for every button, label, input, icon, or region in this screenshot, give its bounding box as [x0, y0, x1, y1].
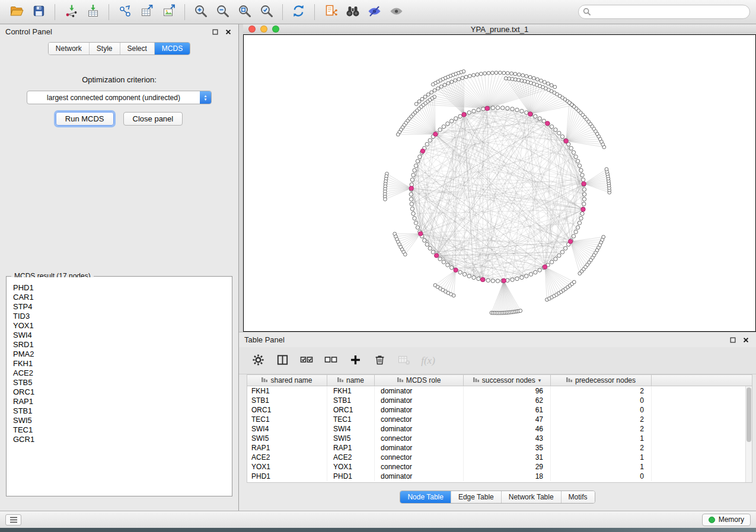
- mcds-result-list[interactable]: PHD1CAR1STP4TID3YOX1SWI4SRD1PMA2FKH1ACE2…: [7, 277, 231, 495]
- select-all-button[interactable]: [298, 352, 315, 369]
- zoom-fit-button[interactable]: [234, 2, 256, 22]
- table-cell: 1: [551, 453, 652, 462]
- result-node-item[interactable]: YOX1: [13, 321, 231, 331]
- result-node-item[interactable]: ACE2: [13, 368, 231, 378]
- result-node-item[interactable]: FKH1: [13, 359, 231, 368]
- table-cell: TEC1: [247, 415, 327, 424]
- import-network-button[interactable]: [60, 2, 82, 22]
- result-node-item[interactable]: SRD1: [13, 340, 231, 350]
- optimization-criterion-dropdown[interactable]: largest connected component (undirected)…: [27, 91, 212, 104]
- scrollbar-thumb[interactable]: [747, 387, 751, 442]
- result-node-item[interactable]: SWI4: [13, 331, 231, 340]
- toolbar-separator: [314, 4, 315, 20]
- close-window-icon[interactable]: [248, 25, 256, 33]
- table-row[interactable]: YOX1YOX1connector291: [247, 462, 745, 472]
- task-list-button[interactable]: [5, 514, 21, 525]
- refresh-layout-icon: [291, 4, 306, 20]
- table-row[interactable]: ACE2ACE2connector311: [247, 453, 745, 462]
- tab-edge-table[interactable]: Edge Table: [451, 491, 502, 503]
- settings-gear-button[interactable]: [250, 352, 266, 369]
- close-panel-button[interactable]: Close panel: [123, 112, 183, 126]
- column-layout-button[interactable]: [274, 352, 291, 369]
- show-panel-button[interactable]: [385, 2, 407, 22]
- column-header-shared-name[interactable]: shared name: [247, 375, 327, 386]
- table-row[interactable]: STB1STB1dominator620: [247, 396, 745, 405]
- search-network-button[interactable]: [342, 2, 363, 22]
- zoom-in-button[interactable]: [190, 2, 212, 22]
- sort-grid-icon: [397, 376, 403, 384]
- result-node-item[interactable]: CAR1: [13, 293, 231, 302]
- column-header-successor-nodes[interactable]: successor nodes▾: [464, 375, 551, 386]
- result-node-item[interactable]: ORC1: [13, 387, 231, 397]
- result-node-item[interactable]: TEC1: [13, 425, 231, 435]
- table-disabled-button[interactable]: [395, 352, 412, 369]
- save-session-button[interactable]: [28, 2, 50, 22]
- minimize-window-icon[interactable]: [260, 25, 267, 33]
- result-node-item[interactable]: STB5: [13, 378, 231, 387]
- table-vertical-scrollbar[interactable]: [745, 386, 752, 482]
- table-cell: 61: [464, 405, 551, 415]
- hide-panel-button[interactable]: [363, 2, 385, 22]
- memory-button[interactable]: Memory: [702, 514, 751, 526]
- float-table-panel-icon[interactable]: [728, 335, 738, 345]
- column-header-MCDS-role[interactable]: MCDS role: [375, 375, 464, 386]
- search-input[interactable]: [578, 5, 750, 19]
- deselect-all-button[interactable]: [323, 352, 339, 369]
- tab-mcds[interactable]: MCDS: [155, 43, 190, 55]
- zoom-selected-button[interactable]: [256, 2, 277, 22]
- row-filler: [652, 386, 745, 396]
- table-row[interactable]: SWI5SWI5connector431: [247, 434, 745, 443]
- new-network-button[interactable]: [114, 2, 136, 22]
- result-node-item[interactable]: SWI5: [13, 416, 231, 425]
- table-row[interactable]: RAP1RAP1dominator352: [247, 443, 745, 453]
- result-node-item[interactable]: PMA2: [13, 350, 231, 359]
- zoom-window-icon[interactable]: [272, 25, 279, 33]
- apply-function-button[interactable]: f(x): [420, 352, 436, 369]
- result-node-item[interactable]: STP4: [13, 302, 231, 312]
- row-filler: [652, 462, 745, 472]
- result-node-item[interactable]: TID3: [13, 312, 231, 321]
- delete-row-button[interactable]: [371, 352, 388, 369]
- sort-grid-icon: [337, 376, 343, 384]
- export-image-button[interactable]: [158, 2, 180, 22]
- add-row-button[interactable]: [347, 352, 363, 369]
- result-node-item[interactable]: RAP1: [13, 397, 231, 406]
- import-table-icon: [86, 4, 100, 20]
- table-cell: SWI5: [327, 434, 375, 443]
- table-panel-header: Table Panel: [239, 332, 756, 347]
- table-cell: STB1: [327, 396, 375, 405]
- run-mcds-button[interactable]: Run MCDS: [56, 112, 114, 126]
- network-graph[interactable]: [244, 35, 755, 331]
- result-node-item[interactable]: PHD1: [13, 283, 231, 293]
- tab-select[interactable]: Select: [120, 43, 155, 55]
- float-panel-icon[interactable]: [210, 27, 220, 37]
- table-toolbar: f(x): [239, 347, 756, 374]
- tab-network[interactable]: Network: [49, 43, 90, 55]
- column-header-predecessor-nodes[interactable]: predecessor nodes: [551, 375, 652, 386]
- row-filler: [652, 453, 745, 462]
- tab-motifs[interactable]: Motifs: [562, 491, 595, 503]
- table-row[interactable]: FKH1FKH1dominator962: [247, 386, 745, 396]
- column-label: name: [346, 376, 364, 384]
- table-cell: 18: [464, 472, 551, 481]
- refresh-layout-button[interactable]: [288, 2, 310, 22]
- table-row[interactable]: PHD1PHD1dominator180: [247, 472, 745, 481]
- import-table-button[interactable]: [82, 2, 104, 22]
- tab-style[interactable]: Style: [90, 43, 120, 55]
- network-canvas[interactable]: [243, 34, 756, 332]
- open-file-button[interactable]: [6, 2, 28, 22]
- share-document-button[interactable]: [320, 2, 342, 22]
- zoom-out-button[interactable]: [212, 2, 234, 22]
- tab-network-table[interactable]: Network Table: [502, 491, 562, 503]
- close-table-panel-icon[interactable]: [741, 335, 751, 345]
- export-table-button[interactable]: [136, 2, 158, 22]
- column-header-name[interactable]: name: [327, 375, 375, 386]
- tab-node-table[interactable]: Node Table: [400, 491, 451, 503]
- result-node-item[interactable]: GCR1: [13, 435, 231, 444]
- table-row[interactable]: ORC1ORC1dominator610: [247, 405, 745, 415]
- table-body: FKH1FKH1dominator962STB1STB1dominator620…: [247, 386, 745, 482]
- table-row[interactable]: TEC1TEC1connector472: [247, 415, 745, 424]
- table-row[interactable]: SWI4SWI4dominator462: [247, 424, 745, 434]
- close-panel-icon[interactable]: [223, 27, 233, 37]
- result-node-item[interactable]: STB1: [13, 406, 231, 416]
